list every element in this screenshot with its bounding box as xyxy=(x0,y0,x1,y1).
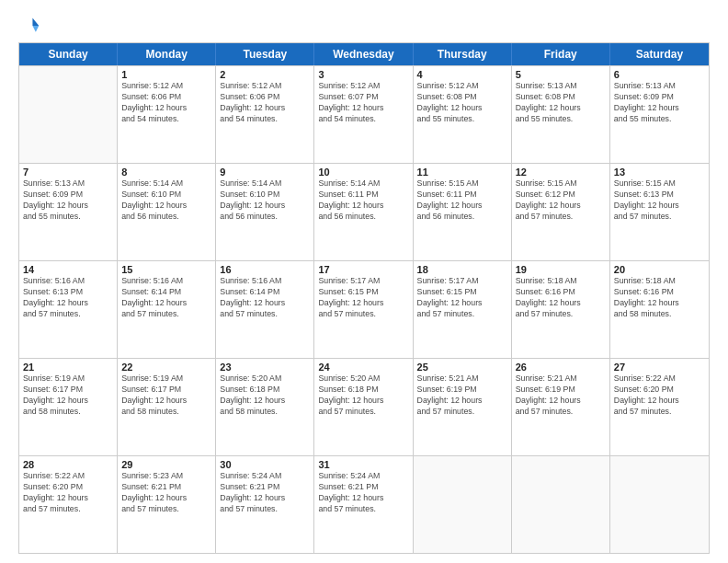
cell-info: Sunrise: 5:22 AM Sunset: 6:20 PM Dayligh… xyxy=(614,373,705,418)
calendar-cell: 7Sunrise: 5:13 AM Sunset: 6:09 PM Daylig… xyxy=(19,164,118,260)
cell-day-number: 29 xyxy=(121,459,211,470)
calendar-cell: 26Sunrise: 5:21 AM Sunset: 6:19 PM Dayli… xyxy=(512,359,610,455)
calendar-cell: 15Sunrise: 5:16 AM Sunset: 6:14 PM Dayli… xyxy=(118,261,216,358)
cell-info: Sunrise: 5:15 AM Sunset: 6:12 PM Dayligh… xyxy=(516,178,606,223)
calendar-cell xyxy=(610,456,709,553)
calendar-cell: 22Sunrise: 5:19 AM Sunset: 6:17 PM Dayli… xyxy=(118,359,216,455)
cell-day-number: 26 xyxy=(516,362,606,373)
calendar-cell: 1Sunrise: 5:12 AM Sunset: 6:06 PM Daylig… xyxy=(118,66,216,163)
cell-day-number: 8 xyxy=(121,167,211,178)
header-cell-wednesday: Wednesday xyxy=(314,43,413,65)
cell-info: Sunrise: 5:18 AM Sunset: 6:16 PM Dayligh… xyxy=(516,276,606,320)
calendar-cell: 12Sunrise: 5:15 AM Sunset: 6:12 PM Dayli… xyxy=(512,164,610,260)
cell-info: Sunrise: 5:24 AM Sunset: 6:21 PM Dayligh… xyxy=(220,471,310,515)
logo-icon xyxy=(18,15,40,37)
calendar-row: 28Sunrise: 5:22 AM Sunset: 6:20 PM Dayli… xyxy=(19,455,709,553)
cell-info: Sunrise: 5:18 AM Sunset: 6:16 PM Dayligh… xyxy=(614,276,705,320)
calendar-row: 7Sunrise: 5:13 AM Sunset: 6:09 PM Daylig… xyxy=(19,163,709,260)
calendar-row: 1Sunrise: 5:12 AM Sunset: 6:06 PM Daylig… xyxy=(19,65,709,163)
cell-day-number: 31 xyxy=(318,459,408,470)
cell-info: Sunrise: 5:12 AM Sunset: 6:06 PM Dayligh… xyxy=(121,81,211,125)
cell-info: Sunrise: 5:19 AM Sunset: 6:17 PM Dayligh… xyxy=(121,373,211,418)
calendar-cell: 23Sunrise: 5:20 AM Sunset: 6:18 PM Dayli… xyxy=(216,359,314,455)
cell-day-number: 14 xyxy=(23,264,113,275)
cell-info: Sunrise: 5:12 AM Sunset: 6:06 PM Dayligh… xyxy=(220,81,310,125)
cell-day-number: 20 xyxy=(614,264,705,275)
calendar-cell: 28Sunrise: 5:22 AM Sunset: 6:20 PM Dayli… xyxy=(19,456,118,553)
cell-info: Sunrise: 5:20 AM Sunset: 6:18 PM Dayligh… xyxy=(220,373,310,418)
calendar-cell: 2Sunrise: 5:12 AM Sunset: 6:06 PM Daylig… xyxy=(216,66,314,163)
cell-day-number: 4 xyxy=(417,69,507,80)
cell-info: Sunrise: 5:13 AM Sunset: 6:09 PM Dayligh… xyxy=(614,81,705,125)
cell-day-number: 6 xyxy=(614,69,705,80)
cell-day-number: 2 xyxy=(220,69,310,80)
cell-info: Sunrise: 5:14 AM Sunset: 6:10 PM Dayligh… xyxy=(220,178,310,223)
cell-day-number: 23 xyxy=(220,362,310,373)
cell-day-number: 18 xyxy=(417,264,507,275)
calendar: SundayMondayTuesdayWednesdayThursdayFrid… xyxy=(18,42,710,554)
cell-day-number: 27 xyxy=(614,362,705,373)
cell-info: Sunrise: 5:13 AM Sunset: 6:09 PM Dayligh… xyxy=(23,178,113,223)
calendar-row: 14Sunrise: 5:16 AM Sunset: 6:13 PM Dayli… xyxy=(19,260,709,358)
cell-info: Sunrise: 5:23 AM Sunset: 6:21 PM Dayligh… xyxy=(121,471,211,515)
header-cell-saturday: Saturday xyxy=(610,43,709,65)
cell-info: Sunrise: 5:24 AM Sunset: 6:21 PM Dayligh… xyxy=(318,471,408,515)
header-cell-thursday: Thursday xyxy=(414,43,512,65)
cell-info: Sunrise: 5:17 AM Sunset: 6:15 PM Dayligh… xyxy=(318,276,408,320)
cell-day-number: 1 xyxy=(121,69,211,80)
cell-day-number: 15 xyxy=(121,264,211,275)
cell-info: Sunrise: 5:15 AM Sunset: 6:11 PM Dayligh… xyxy=(417,178,507,223)
cell-day-number: 25 xyxy=(417,362,507,373)
calendar-cell xyxy=(512,456,610,553)
calendar-cell: 16Sunrise: 5:16 AM Sunset: 6:14 PM Dayli… xyxy=(216,261,314,358)
cell-info: Sunrise: 5:19 AM Sunset: 6:17 PM Dayligh… xyxy=(23,373,113,418)
cell-info: Sunrise: 5:13 AM Sunset: 6:08 PM Dayligh… xyxy=(516,81,606,125)
cell-day-number: 13 xyxy=(614,167,705,178)
calendar-row: 21Sunrise: 5:19 AM Sunset: 6:17 PM Dayli… xyxy=(19,358,709,455)
svg-marker-0 xyxy=(32,17,39,26)
calendar-cell: 18Sunrise: 5:17 AM Sunset: 6:15 PM Dayli… xyxy=(414,261,512,358)
cell-info: Sunrise: 5:21 AM Sunset: 6:19 PM Dayligh… xyxy=(516,373,606,418)
cell-day-number: 3 xyxy=(318,69,408,80)
calendar-cell: 5Sunrise: 5:13 AM Sunset: 6:08 PM Daylig… xyxy=(512,66,610,163)
cell-info: Sunrise: 5:14 AM Sunset: 6:11 PM Dayligh… xyxy=(318,178,408,223)
calendar-cell: 25Sunrise: 5:21 AM Sunset: 6:19 PM Dayli… xyxy=(414,359,512,455)
cell-day-number: 19 xyxy=(516,264,606,275)
cell-day-number: 5 xyxy=(516,69,606,80)
header xyxy=(18,15,710,37)
cell-day-number: 11 xyxy=(417,167,507,178)
calendar-cell xyxy=(414,456,512,553)
calendar-cell: 3Sunrise: 5:12 AM Sunset: 6:07 PM Daylig… xyxy=(314,66,413,163)
calendar-body: 1Sunrise: 5:12 AM Sunset: 6:06 PM Daylig… xyxy=(19,65,709,553)
calendar-cell: 9Sunrise: 5:14 AM Sunset: 6:10 PM Daylig… xyxy=(216,164,314,260)
cell-day-number: 12 xyxy=(516,167,606,178)
cell-info: Sunrise: 5:12 AM Sunset: 6:07 PM Dayligh… xyxy=(318,81,408,125)
cell-day-number: 10 xyxy=(318,167,408,178)
cell-day-number: 28 xyxy=(23,459,113,470)
cell-info: Sunrise: 5:17 AM Sunset: 6:15 PM Dayligh… xyxy=(417,276,507,320)
cell-day-number: 22 xyxy=(121,362,211,373)
calendar-cell: 21Sunrise: 5:19 AM Sunset: 6:17 PM Dayli… xyxy=(19,359,118,455)
calendar-cell: 10Sunrise: 5:14 AM Sunset: 6:11 PM Dayli… xyxy=(314,164,413,260)
calendar-cell: 14Sunrise: 5:16 AM Sunset: 6:13 PM Dayli… xyxy=(19,261,118,358)
cell-info: Sunrise: 5:14 AM Sunset: 6:10 PM Dayligh… xyxy=(121,178,211,223)
cell-info: Sunrise: 5:20 AM Sunset: 6:18 PM Dayligh… xyxy=(318,373,408,418)
cell-info: Sunrise: 5:16 AM Sunset: 6:13 PM Dayligh… xyxy=(23,276,113,320)
calendar-cell: 29Sunrise: 5:23 AM Sunset: 6:21 PM Dayli… xyxy=(118,456,216,553)
header-cell-sunday: Sunday xyxy=(19,43,118,65)
calendar-cell: 8Sunrise: 5:14 AM Sunset: 6:10 PM Daylig… xyxy=(118,164,216,260)
cell-day-number: 17 xyxy=(318,264,408,275)
calendar-cell: 30Sunrise: 5:24 AM Sunset: 6:21 PM Dayli… xyxy=(216,456,314,553)
calendar-cell: 4Sunrise: 5:12 AM Sunset: 6:08 PM Daylig… xyxy=(414,66,512,163)
cell-day-number: 7 xyxy=(23,167,113,178)
cell-info: Sunrise: 5:12 AM Sunset: 6:08 PM Dayligh… xyxy=(417,81,507,125)
page: SundayMondayTuesdayWednesdayThursdayFrid… xyxy=(0,0,728,563)
calendar-cell: 17Sunrise: 5:17 AM Sunset: 6:15 PM Dayli… xyxy=(314,261,413,358)
calendar-cell: 31Sunrise: 5:24 AM Sunset: 6:21 PM Dayli… xyxy=(314,456,413,553)
calendar-cell: 27Sunrise: 5:22 AM Sunset: 6:20 PM Dayli… xyxy=(610,359,709,455)
calendar-cell: 13Sunrise: 5:15 AM Sunset: 6:13 PM Dayli… xyxy=(610,164,709,260)
cell-info: Sunrise: 5:21 AM Sunset: 6:19 PM Dayligh… xyxy=(417,373,507,418)
cell-info: Sunrise: 5:15 AM Sunset: 6:13 PM Dayligh… xyxy=(614,178,705,223)
cell-day-number: 16 xyxy=(220,264,310,275)
calendar-cell xyxy=(19,66,118,163)
